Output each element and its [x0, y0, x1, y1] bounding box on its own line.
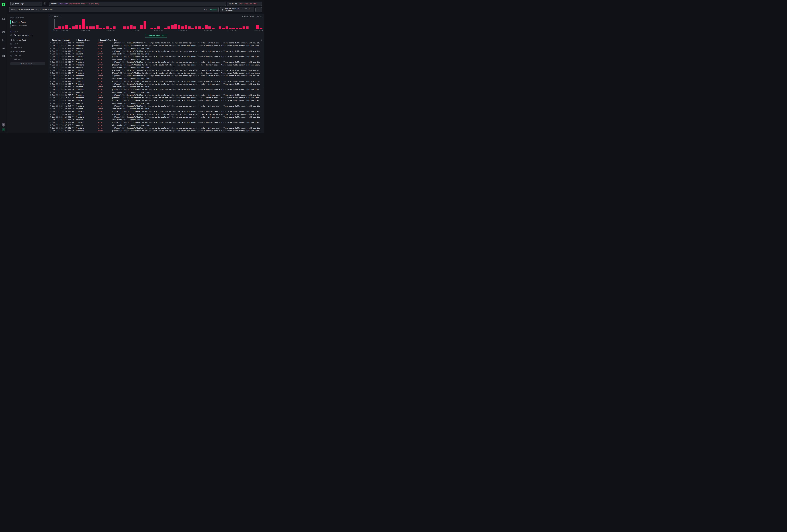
row-expand-chevron-icon[interactable] [49, 119, 52, 121]
table-row[interactable]: Jun 11 1:56:03.252 PMfrontenderror{"code… [49, 88, 262, 91]
col-body[interactable]: ⋮Body [112, 39, 262, 41]
row-expand-chevron-icon[interactable] [49, 132, 52, 133]
table-row[interactable]: Jun 11 1:56:51.980 PMfrontenderror{"code… [49, 44, 262, 47]
row-expand-chevron-icon[interactable] [49, 110, 52, 112]
table-row[interactable]: Jun 11 1:56:03.248 PMpaymenterrorVisa ca… [49, 85, 262, 88]
row-expand-chevron-icon[interactable] [49, 86, 52, 88]
scrollbar-thumb[interactable] [264, 41, 264, 88]
table-row[interactable]: Jun 11 1:54:52.241 PMpaymenterrorVisa ca… [49, 132, 262, 133]
mode-event-patterns[interactable]: Event Patterns [10, 24, 48, 27]
row-expand-chevron-icon[interactable] [49, 50, 52, 52]
row-expand-chevron-icon[interactable] [49, 108, 52, 110]
chart-bar[interactable] [130, 25, 133, 29]
chart-bar[interactable] [195, 26, 197, 29]
table-row[interactable]: Jun 11 1:56:08.948 PMpaymenterrorVisa ca… [49, 77, 262, 80]
table-row[interactable]: Jun 11 1:55:07.835 PMfrontenderror{"code… [49, 129, 262, 132]
chart-bar[interactable] [178, 25, 180, 29]
chart-bar[interactable] [188, 26, 191, 29]
chart-bar[interactable] [79, 25, 82, 29]
table-row[interactable]: Jun 11 1:55:07.827 PMpaymenterrorVisa ca… [49, 124, 262, 127]
chart-bar[interactable] [201, 28, 204, 29]
row-expand-chevron-icon[interactable] [49, 78, 52, 80]
row-expand-chevron-icon[interactable] [49, 124, 52, 126]
chart-bar[interactable] [89, 26, 92, 29]
chart-bar[interactable] [55, 28, 58, 29]
table-row[interactable]: Jun 11 1:55:51.454 PMfrontenderror×{"cod… [49, 105, 262, 107]
chart-bar[interactable] [256, 25, 259, 29]
help-button[interactable]: ? [2, 123, 5, 127]
table-row[interactable]: Jun 11 1:56:03.254 PMfrontenderror×{"cod… [49, 83, 262, 85]
chart-bar[interactable] [99, 28, 102, 29]
row-expand-chevron-icon[interactable] [49, 105, 52, 107]
chart-bar[interactable] [72, 26, 75, 29]
row-expand-chevron-icon[interactable] [49, 47, 52, 49]
table-row[interactable]: Jun 11 1:55:16.300 PMfrontenderror{"code… [49, 121, 262, 124]
chart-bar[interactable] [226, 26, 228, 29]
table-row[interactable]: Jun 11 1:56:51.982 PMfrontenderror×{"cod… [49, 42, 262, 44]
table-row[interactable]: Jun 11 1:56:38.534 PMpaymenterrorVisa ca… [49, 58, 262, 61]
table-row[interactable]: Jun 11 1:55:59.767 PMfrontenderror×{"cod… [49, 94, 262, 96]
chart-bar[interactable] [191, 28, 194, 29]
chart-bar[interactable] [239, 28, 242, 29]
chart-bar[interactable] [123, 26, 126, 29]
filter-option-info[interactable]: info [10, 43, 48, 45]
orderby-clause-input[interactable]: ORDER BY TimestampTime DESC [227, 2, 262, 6]
table-row[interactable]: Jun 11 1:55:07.841 PMfrontenderror×{"cod… [49, 127, 262, 129]
chart-bar[interactable] [164, 28, 167, 29]
filter-option-checkout[interactable]: checkout [10, 55, 48, 57]
lang-lucene-option[interactable]: Lucene [210, 9, 217, 11]
data-source-selector[interactable]: Demo Logs [10, 2, 42, 6]
row-expand-chevron-icon[interactable] [49, 94, 52, 96]
table-row[interactable]: Jun 11 1:55:51.448 PMpaymenterrorVisa ca… [49, 102, 262, 105]
severitytext-group-title[interactable]: SeverityText [10, 39, 48, 41]
user-avatar[interactable]: U [2, 128, 5, 131]
chart-bar[interactable] [62, 26, 64, 29]
chart-bar[interactable] [127, 26, 129, 29]
column-resize-handle[interactable]: ⋮ [98, 39, 99, 41]
table-row[interactable]: Jun 11 1:55:16.302 PMfrontenderror×{"cod… [49, 116, 262, 119]
run-query-button[interactable] [255, 7, 262, 12]
chart-bar[interactable] [76, 25, 78, 29]
chart-bar[interactable] [181, 26, 184, 29]
table-row[interactable]: Jun 11 1:56:08.955 PMfrontenderror{"code… [49, 80, 262, 83]
row-expand-chevron-icon[interactable] [49, 42, 52, 44]
row-expand-chevron-icon[interactable] [49, 130, 52, 132]
chart-bar[interactable] [236, 28, 238, 29]
chart-bar[interactable] [171, 25, 174, 29]
table-row[interactable]: Jun 11 1:55:39.324 PMpaymenterrorVisa ca… [49, 107, 262, 110]
info-checkbox[interactable] [10, 43, 12, 45]
chart-bar[interactable] [229, 28, 232, 29]
severitytext-load-more[interactable]: Load more [10, 46, 48, 48]
column-resize-handle[interactable]: ⋮ [76, 39, 77, 41]
chart-bar[interactable] [92, 26, 95, 29]
chart-bar[interactable] [103, 28, 105, 29]
chart-bar[interactable] [174, 24, 177, 29]
row-expand-chevron-icon[interactable] [49, 64, 52, 66]
row-expand-chevron-icon[interactable] [49, 113, 52, 115]
chart-bar[interactable] [154, 28, 156, 29]
row-expand-chevron-icon[interactable] [49, 56, 52, 58]
chart-bar[interactable] [212, 28, 215, 29]
chart-bar[interactable] [219, 26, 221, 29]
table-row[interactable]: Jun 11 1:55:16.296 PMpaymenterrorVisa ca… [49, 119, 262, 121]
lang-sql-option[interactable]: SQL [204, 9, 207, 11]
table-row[interactable]: Jun 11 1:56:42.995 PMpaymenterrorVisa ca… [49, 52, 262, 55]
row-expand-chevron-icon[interactable] [49, 89, 52, 91]
table-row[interactable]: Jun 11 1:55:59.760 PMpaymenterrorVisa ca… [49, 91, 262, 94]
row-expand-chevron-icon[interactable] [49, 69, 52, 71]
chart-explorer-icon[interactable] [2, 39, 5, 41]
chart-bar[interactable] [106, 26, 109, 29]
resume-live-tail-button[interactable]: Resume Live Tail [145, 34, 167, 38]
denoise-results-toggle[interactable]: Denoise Results [10, 34, 48, 37]
chart-bar[interactable] [86, 26, 88, 29]
sessions-icon[interactable] [2, 47, 5, 49]
chart-bar[interactable] [144, 21, 146, 29]
col-severitytext[interactable]: ⋮SeverityText [98, 39, 112, 41]
chart-bar[interactable] [232, 28, 235, 29]
hyperdx-logo-icon[interactable] [2, 2, 5, 6]
table-row[interactable]: Jun 11 1:56:38.542 PMfrontenderror×{"cod… [49, 61, 262, 63]
row-expand-chevron-icon[interactable] [49, 72, 52, 74]
chart-bar[interactable] [113, 26, 115, 29]
table-row[interactable]: Jun 11 1:56:08.956 PMfrontenderror×{"cod… [49, 75, 262, 77]
row-expand-chevron-icon[interactable] [49, 97, 52, 99]
